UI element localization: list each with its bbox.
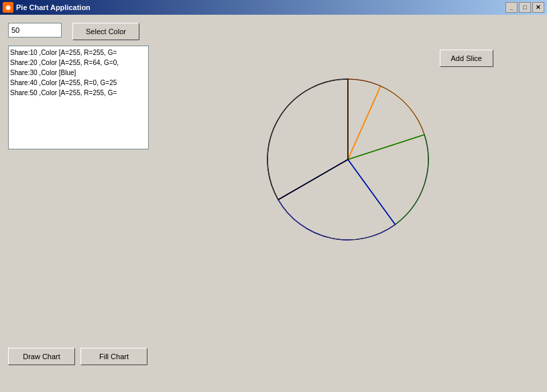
pie-chart-svg xyxy=(180,46,515,273)
pie-slice xyxy=(348,86,424,159)
list-item: Share:10 ,Color [A=255, R=255, G= xyxy=(10,48,147,58)
list-item: Share:40 ,Color [A=255, R=0, G=25 xyxy=(10,78,147,88)
app-title: Pie Chart Application xyxy=(16,3,90,11)
chart-area xyxy=(157,46,539,273)
slice-list[interactable]: Share:10 ,Color [A=255, R=255, G= Share:… xyxy=(8,46,149,149)
list-item: Share:50 ,Color [A=255, R=255, G= xyxy=(10,88,147,98)
select-color-button[interactable]: Select Color xyxy=(72,23,139,40)
pie-slice xyxy=(278,159,395,240)
window-controls: _ □ ✕ xyxy=(505,2,544,13)
pie-slice xyxy=(267,79,348,200)
list-item: Share:30 ,Color [Blue] xyxy=(10,68,147,78)
draw-chart-button[interactable]: Draw Chart xyxy=(8,348,75,365)
share-input[interactable] xyxy=(8,23,62,38)
title-bar: ◉ Pie Chart Application _ □ ✕ xyxy=(0,0,547,15)
close-button[interactable]: ✕ xyxy=(532,2,544,13)
bottom-row: Draw Chart Fill Chart xyxy=(8,348,147,365)
minimize-button[interactable]: _ xyxy=(505,2,518,13)
app-icon: ◉ xyxy=(3,2,13,13)
fill-chart-button[interactable]: Fill Chart xyxy=(80,348,147,365)
list-item: Share:20 ,Color [A=255, R=64, G=0, xyxy=(10,58,147,68)
window-body: Select Color Add Slice Share:10 ,Color [… xyxy=(0,15,547,392)
main-area: Share:10 ,Color [A=255, R=255, G= Share:… xyxy=(8,46,539,273)
pie-slice xyxy=(348,135,428,224)
maximize-button[interactable]: □ xyxy=(519,2,531,13)
top-row: Select Color xyxy=(8,23,539,40)
